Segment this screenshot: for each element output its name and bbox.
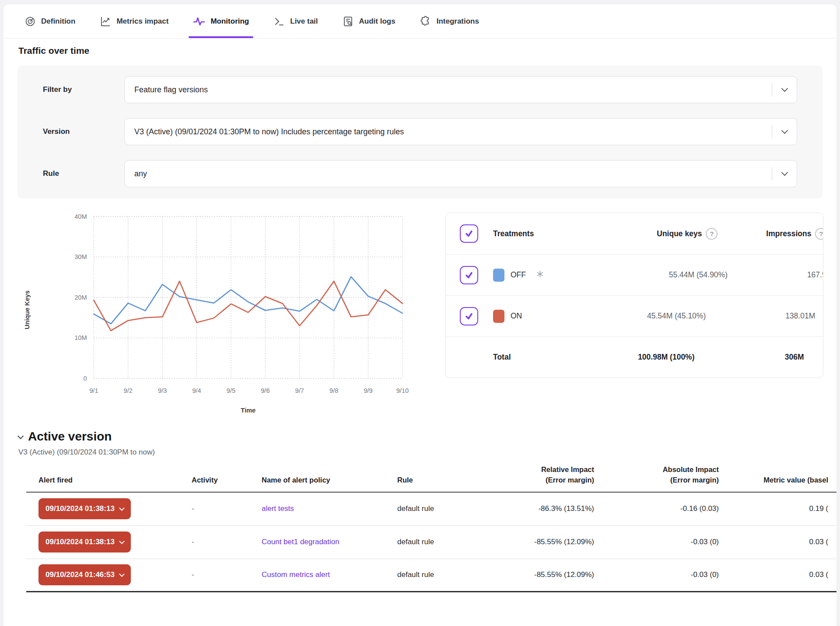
alert-policy-link[interactable]: alert tests (262, 504, 294, 513)
traffic-chart: 010M20M30M40M9/19/29/39/49/59/69/79/89/9… (17, 209, 445, 423)
treatment-name: ON (511, 311, 522, 321)
activity-cell: - (192, 570, 262, 579)
tab-integrations[interactable]: Integrations (420, 4, 479, 38)
filter-by-label: Filter by (43, 85, 124, 94)
alert-row-1: 09/10/2024 01:38:13 - alert tests defaul… (26, 493, 836, 526)
filter-row-filter-by: Filter by Feature flag versions (43, 76, 797, 103)
alert-fired-badge[interactable]: 09/10/2024 01:46:53 (38, 564, 131, 585)
total-label: Total (493, 353, 511, 362)
col-rule: Rule (397, 475, 480, 486)
absolute-impact-cell: -0.16 (0.03) (594, 504, 719, 513)
off-unique-keys: 55.44M (54.90%) (544, 270, 728, 280)
activity-cell: - (192, 504, 262, 513)
svg-text:9/5: 9/5 (227, 387, 235, 394)
svg-text:9/10: 9/10 (396, 387, 409, 394)
rule-cell: default rule (397, 504, 480, 513)
rule-value: any (134, 169, 772, 178)
unique-keys-header: Unique keys (657, 229, 702, 238)
tab-audit-logs[interactable]: Audit logs (343, 4, 396, 38)
absolute-impact-cell: -0.03 (0) (594, 538, 719, 546)
alert-policy-link[interactable]: Custom metrics alert (262, 570, 330, 579)
svg-text:9/4: 9/4 (192, 387, 201, 394)
tab-label: Definition (41, 17, 75, 26)
svg-text:9/3: 9/3 (158, 387, 167, 394)
svg-text:9/7: 9/7 (295, 387, 304, 394)
chevron-down-icon (119, 571, 125, 577)
tab-bar: Definition Metrics impact Monitoring Liv… (4, 4, 836, 38)
chevron-down-icon (119, 539, 125, 544)
col-absolute-impact: Absolute Impact(Error margin) (594, 465, 719, 486)
treatments-header: Treatments (493, 229, 534, 238)
app-window: Definition Metrics impact Monitoring Liv… (4, 4, 836, 626)
activity-cell: - (192, 538, 262, 546)
svg-text:40M: 40M (74, 213, 87, 220)
relative-impact-cell: -86.3% (13.51%) (480, 504, 594, 513)
alert-policy-link[interactable]: Count bet1 degradation (262, 538, 340, 546)
rule-cell: default rule (397, 538, 480, 546)
total-unique-keys: 100.98M (100%) (511, 353, 695, 362)
select-all-checkbox[interactable] (460, 224, 478, 243)
svg-text:Time: Time (241, 407, 256, 414)
tab-label: Audit logs (359, 17, 396, 26)
tab-live-tail[interactable]: Live tail (273, 4, 318, 38)
help-icon[interactable]: ? (815, 228, 823, 240)
on-unique-keys: 45.54M (45.10%) (522, 311, 706, 321)
chevron-down-icon (18, 433, 24, 439)
col-policy-name: Name of alert policy (262, 475, 397, 486)
chevron-down-icon (772, 130, 797, 133)
tab-label: Live tail (290, 17, 318, 26)
active-version-title: Active version (28, 430, 112, 444)
filter-row-rule: Rule any (43, 160, 797, 187)
tab-metrics-impact[interactable]: Metrics impact (100, 4, 168, 38)
total-impressions: 306M (695, 353, 804, 362)
alert-row-3: 09/10/2024 01:46:53 - Custom metrics ale… (26, 559, 836, 592)
chevron-down-icon (772, 88, 797, 91)
filter-panel: Filter by Feature flag versions Version … (18, 66, 822, 199)
alert-row-2: 09/10/2024 01:38:13 - Count bet1 degrada… (26, 526, 836, 559)
page-title: Traffic over time (18, 45, 836, 56)
col-relative-impact: Relative Impact(Error margin) (480, 465, 594, 486)
svg-text:20M: 20M (74, 294, 87, 301)
impressions-header: Impressions (766, 229, 811, 238)
tab-label: Integrations (437, 17, 479, 26)
svg-text:Unique Keys: Unique Keys (24, 290, 31, 329)
tab-definition[interactable]: Definition (24, 4, 75, 38)
active-version-toggle[interactable]: Active version (18, 430, 836, 444)
off-impressions: 167.99M (728, 270, 823, 280)
filter-by-select[interactable]: Feature flag versions (124, 76, 797, 103)
help-icon[interactable]: ? (706, 228, 718, 240)
on-checkbox[interactable] (460, 307, 478, 325)
tab-label: Monitoring (210, 17, 249, 26)
absolute-impact-cell: -0.03 (0) (594, 570, 719, 579)
monitoring-icon (193, 16, 205, 27)
filter-row-version: Version V3 (Active) (09/01/2024 01:30PM … (43, 118, 797, 145)
rule-cell: default rule (397, 570, 480, 579)
off-checkbox[interactable] (460, 266, 478, 284)
treatment-row-off: OFF 55.44M (54.90%) 167.99M (446, 254, 823, 295)
definition-icon (24, 16, 36, 27)
tab-monitoring[interactable]: Monitoring (193, 4, 249, 38)
metric-value-cell: 0.19 ( (719, 504, 828, 513)
rule-label: Rule (43, 169, 124, 178)
default-treatment-icon (536, 270, 544, 280)
metric-value-cell: 0.03 ( (719, 538, 828, 546)
alert-fired-badge[interactable]: 09/10/2024 01:38:13 (38, 498, 131, 519)
svg-text:9/1: 9/1 (89, 387, 98, 394)
treatments-total-row: Total 100.98M (100%) 306M (446, 336, 823, 378)
active-version-section: Active version V3 (Active) (09/10/2024 0… (18, 430, 836, 457)
off-series-swatch (493, 269, 504, 282)
alert-fired-badge[interactable]: 09/10/2024 01:38:13 (38, 532, 131, 553)
version-select[interactable]: V3 (Active) (09/01/2024 01:30PM to now) … (124, 118, 797, 145)
alerts-header-row: Alert fired Activity Name of alert polic… (26, 465, 836, 493)
treatment-name: OFF (511, 270, 526, 280)
col-alert-fired: Alert fired (38, 475, 192, 486)
on-series-swatch (493, 310, 504, 323)
svg-text:9/6: 9/6 (261, 387, 270, 394)
metric-value-cell: 0.03 ( (719, 570, 828, 579)
svg-text:9/2: 9/2 (124, 387, 133, 394)
rule-select[interactable]: any (124, 160, 797, 187)
tab-label: Metrics impact (116, 17, 168, 26)
col-activity: Activity (192, 475, 262, 486)
svg-text:9/9: 9/9 (364, 387, 372, 394)
chevron-down-icon (772, 172, 797, 175)
